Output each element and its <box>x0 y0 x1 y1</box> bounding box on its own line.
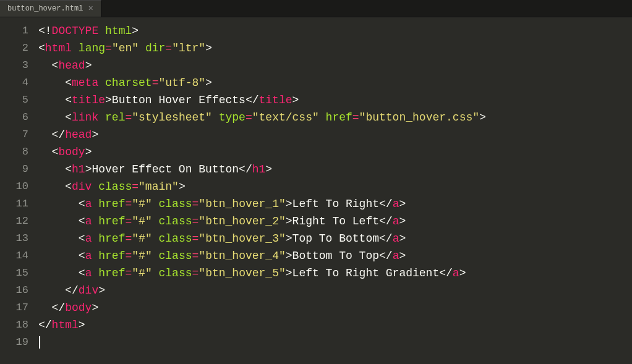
code-token: div <box>79 284 98 297</box>
code-token: a <box>393 215 399 227</box>
code-line[interactable]: <div class="main"> <box>38 178 632 195</box>
code-token: html <box>45 42 72 54</box>
code-token: type <box>219 111 246 124</box>
code-token: a <box>85 198 92 210</box>
code-token: > <box>179 180 186 193</box>
code-line[interactable]: <link rel="stylesheet" type="text/css" h… <box>38 109 632 126</box>
code-line[interactable]: <title>Button Hover Effects</title> <box>38 91 632 109</box>
close-icon[interactable]: × <box>88 4 93 13</box>
code-token: class <box>159 267 192 279</box>
code-token: href <box>98 250 125 262</box>
code-token <box>92 215 98 227</box>
line-number: 16 <box>0 282 35 299</box>
text-cursor <box>39 336 40 349</box>
code-token: a <box>85 267 92 279</box>
code-token: a <box>85 232 92 245</box>
code-token: </ <box>439 267 453 279</box>
code-token: = <box>125 250 132 262</box>
code-token: Left To Right Gradient <box>293 267 440 279</box>
code-token: h1 <box>252 163 266 176</box>
code-token: class <box>159 250 192 262</box>
code-line[interactable]: <a href="#" class="btn_hover_1">Left To … <box>38 195 632 213</box>
code-token <box>98 111 105 124</box>
code-token: > <box>293 94 299 106</box>
line-number: 7 <box>0 126 35 143</box>
code-line[interactable]: <a href="#" class="btn_hover_5">Left To … <box>38 265 632 282</box>
code-token: DOCTYPE <box>52 25 99 37</box>
line-number: 19 <box>0 334 35 351</box>
code-line[interactable]: <h1>Hover Effect On Button</h1> <box>38 161 632 178</box>
code-token <box>98 77 105 89</box>
code-token: head <box>65 129 92 141</box>
code-token: link <box>72 111 98 124</box>
code-token: = <box>125 232 132 245</box>
code-line[interactable]: <a href="#" class="btn_hover_3">Top To B… <box>38 230 632 247</box>
line-number: 18 <box>0 316 35 334</box>
code-line[interactable]: <body> <box>38 143 632 161</box>
code-line[interactable]: </body> <box>38 299 632 316</box>
code-token: > <box>92 302 98 314</box>
line-number: 10 <box>0 178 35 195</box>
code-line[interactable]: <a href="#" class="btn_hover_4">Bottom T… <box>38 247 632 265</box>
code-token: </ <box>379 215 393 227</box>
code-token: "ltr" <box>172 42 205 54</box>
code-token <box>152 267 159 279</box>
code-token: class <box>159 232 192 245</box>
code-token: < <box>38 232 85 245</box>
code-token: charset <box>105 77 152 89</box>
line-number: 6 <box>0 109 35 126</box>
code-line[interactable]: </head> <box>38 126 632 143</box>
code-token: = <box>125 198 132 210</box>
code-line[interactable]: <head> <box>38 57 632 74</box>
code-token: > <box>265 163 272 176</box>
code-token: = <box>192 250 199 262</box>
code-token: < <box>38 146 58 158</box>
code-line[interactable]: </html> <box>38 316 632 334</box>
code-token: = <box>125 215 132 227</box>
code-token: body <box>58 146 85 158</box>
line-number: 4 <box>0 74 35 91</box>
code-token: head <box>58 59 85 72</box>
code-token: </ <box>38 302 65 314</box>
code-token: rel <box>105 111 125 124</box>
code-token <box>92 180 98 193</box>
file-tab[interactable]: button_hover.html × <box>0 0 101 17</box>
code-token: </ <box>38 129 65 141</box>
editor-area[interactable]: 12345678910111213141516171819 <!DOCTYPE … <box>0 17 632 364</box>
code-token <box>139 42 145 54</box>
code-content[interactable]: <!DOCTYPE html><html lang="en" dir="ltr"… <box>35 17 632 364</box>
code-token: "btn_hover_5" <box>199 267 285 279</box>
code-line[interactable]: </div> <box>38 282 632 299</box>
code-token: > <box>286 267 293 279</box>
code-token: > <box>479 111 486 124</box>
code-token: Hover Effect On Button <box>92 163 239 176</box>
code-line[interactable]: <a href="#" class="btn_hover_2">Right To… <box>38 213 632 230</box>
line-number: 3 <box>0 57 35 74</box>
code-token: > <box>459 267 466 279</box>
code-line[interactable]: <html lang="en" dir="ltr"> <box>38 40 632 57</box>
code-token: dir <box>145 42 165 54</box>
code-token: "btn_hover_3" <box>199 232 285 245</box>
code-token: > <box>286 198 293 210</box>
code-token: div <box>72 180 92 193</box>
code-line[interactable] <box>38 334 632 351</box>
line-number: 17 <box>0 299 35 316</box>
code-token: > <box>399 250 406 262</box>
code-line[interactable]: <!DOCTYPE html> <box>38 22 632 40</box>
code-token <box>152 232 159 245</box>
code-token: h1 <box>72 163 85 176</box>
code-line[interactable]: <meta charset="utf-8"> <box>38 74 632 91</box>
code-token: class <box>98 180 132 193</box>
code-token: href <box>98 198 125 210</box>
code-token: Top To Bottom <box>293 232 379 245</box>
code-token <box>72 42 79 54</box>
code-token: < <box>38 267 85 279</box>
code-token: Bottom To Top <box>293 250 379 262</box>
code-token: title <box>259 94 293 106</box>
code-token: "button_hover.css" <box>359 111 479 124</box>
code-token: > <box>286 250 293 262</box>
code-token: = <box>246 111 252 124</box>
code-token <box>92 232 98 245</box>
code-token: < <box>38 111 72 124</box>
code-token: = <box>125 111 132 124</box>
